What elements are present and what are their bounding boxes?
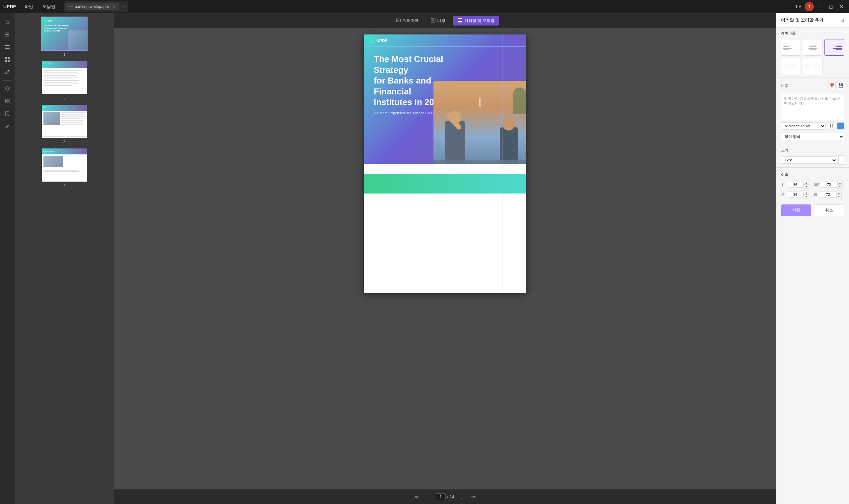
thumb2-line <box>44 85 72 86</box>
margin-top-up[interactable]: ▲ <box>803 181 809 184</box>
thumb-number-3: 3 <box>63 140 65 144</box>
thumb1-logo: UPDF <box>44 19 53 22</box>
size-stepper: − + <box>838 156 844 165</box>
tab-title: banking whitepapar <box>75 4 109 9</box>
last-page-button[interactable]: ⇥ <box>468 492 478 502</box>
margin-top-down[interactable]: ▼ <box>803 184 809 188</box>
user-avatar[interactable]: T <box>804 2 814 11</box>
tab-edit-icon: ✏ <box>69 4 73 9</box>
margin-bottom-up[interactable]: ▲ <box>803 191 809 195</box>
thumb-number-1: 1 <box>63 52 65 56</box>
layout-option-5[interactable] <box>803 58 823 74</box>
plugin-icon[interactable] <box>2 96 13 106</box>
layout-option-2[interactable] <box>803 39 823 56</box>
font-color-picker[interactable] <box>837 122 844 129</box>
margin-top-input[interactable] <box>787 182 803 187</box>
margin-left-input[interactable] <box>820 192 836 198</box>
margin-bottom-input[interactable] <box>787 192 803 198</box>
thumb2-line <box>44 84 80 84</box>
pen-icon[interactable] <box>2 121 13 131</box>
margin-left-down[interactable]: ▼ <box>836 195 842 198</box>
text-input-area[interactable]: 입력하여 완료하세요. 새 줄은 alt + 엔터입니다. <box>781 94 844 120</box>
menu-file[interactable]: 파일 <box>21 2 36 11</box>
next-page-button[interactable]: ↓ <box>457 492 465 502</box>
first-page-button[interactable]: ⇤ <box>412 492 422 502</box>
margin-label: 여백 <box>776 169 849 179</box>
svg-rect-5 <box>5 60 7 62</box>
prev-page-button[interactable]: ↑ <box>425 492 433 502</box>
line <box>61 114 84 115</box>
thumbnail-panel: UPDF The Most Crucial Strategy for Banks… <box>15 13 114 504</box>
style-row: 영어 양식 <box>776 131 849 142</box>
watermark-button[interactable]: 워터마크 <box>391 16 423 25</box>
tab-add-icon[interactable]: ＋ <box>121 3 127 10</box>
margin-right-stepper: ▲ ▼ <box>837 181 843 188</box>
cancel-button[interactable]: 취소 <box>814 204 845 216</box>
home-icon[interactable]: ⌂ <box>2 17 13 27</box>
line <box>61 122 82 123</box>
calendar-icon[interactable]: 📅 <box>829 82 836 89</box>
bookmark2-icon[interactable] <box>2 108 13 119</box>
margin-right-item: 하0 ▲ ▼ <box>814 181 845 188</box>
layers-icon[interactable] <box>2 83 13 94</box>
thumb-frame-3[interactable]: 01 Introduction <box>41 104 88 139</box>
margin-right-up[interactable]: ▲ <box>837 181 843 184</box>
app-logo: UPDF <box>3 4 16 9</box>
tab-banking[interactable]: ✏ banking whitepapar ✕ <box>65 3 119 10</box>
size-select[interactable]: 12pt <box>781 157 837 164</box>
pdf-viewer[interactable]: UPDF The Most Crucial Strategy for Banks… <box>114 28 776 489</box>
margin-right-input[interactable] <box>821 182 837 187</box>
page-separator: / <box>447 494 448 499</box>
margin-left-up[interactable]: ▲ <box>836 191 842 195</box>
bottom-nav: ⇤ ↑ / 14 ↓ ⇥ <box>114 489 776 504</box>
line <box>61 120 84 121</box>
thumb4-image <box>44 156 63 167</box>
edit-icon[interactable] <box>2 67 13 77</box>
header-footer-label: 머리말 및 꼬리말 <box>464 18 495 23</box>
thumbnail-3[interactable]: 01 Introduction <box>18 104 111 144</box>
thumb-frame-4[interactable]: 02 Promoting Best <box>41 148 88 182</box>
style-select[interactable]: 영어 양식 <box>781 133 844 140</box>
layout-option-4[interactable] <box>781 58 801 74</box>
thumbnail-4[interactable]: 02 Promoting Best 4 <box>18 148 111 187</box>
size-decrease-button[interactable]: − <box>838 156 844 160</box>
thumb3-header: 01 Introduction <box>42 105 88 111</box>
menu-help[interactable]: 도움말 <box>39 2 59 11</box>
underline-icon[interactable]: U <box>828 122 835 129</box>
thumb2-line <box>44 74 80 74</box>
bookmark-icon[interactable]: ☰ <box>2 29 13 40</box>
save-button[interactable]: 저장 <box>781 204 811 216</box>
thumb1-logo-icon <box>44 19 47 22</box>
size-row: 12pt − + <box>776 154 849 166</box>
margin-left-item: 머 ▲ ▼ <box>814 191 845 198</box>
list-icon[interactable] <box>2 42 13 52</box>
close-button[interactable]: ✕ <box>838 3 846 10</box>
layout-option-3[interactable] <box>825 39 844 56</box>
panel-settings-icon[interactable]: ⊡ <box>841 18 844 23</box>
main-layout: ⌂ ☰ <box>0 13 849 504</box>
thumb-frame-2[interactable]: Table of Contents <box>41 60 88 95</box>
header-footer-button[interactable]: 머리말 및 꼬리말 <box>453 16 499 25</box>
background-icon <box>431 18 436 24</box>
font-select[interactable]: Microsoft YaHei <box>781 122 826 129</box>
right-panel-header: 머리말 및 꼬리말 추가 ⊡ <box>776 13 849 28</box>
tab-close-icon[interactable]: ✕ <box>112 5 116 9</box>
minimize-button[interactable]: ─ <box>817 3 825 10</box>
thumbnail-1[interactable]: UPDF The Most Crucial Strategy for Banks… <box>18 17 111 56</box>
svg-rect-0 <box>5 45 10 46</box>
save-icon[interactable]: 💾 <box>837 82 844 89</box>
margin-right-down[interactable]: ▼ <box>837 184 843 188</box>
line <box>66 136 87 137</box>
restore-button[interactable]: ◻ <box>827 3 835 10</box>
background-button[interactable]: 배경 <box>426 16 450 25</box>
size-increase-button[interactable]: + <box>838 160 844 165</box>
thumb-frame-1[interactable]: UPDF The Most Crucial Strategy for Banks… <box>41 17 88 51</box>
layout-option-1[interactable] <box>781 39 801 56</box>
page-number-input[interactable] <box>436 493 446 500</box>
thumb1-logo-text: UPDF <box>48 20 53 22</box>
table-icon[interactable] <box>2 54 13 65</box>
total-pages: 14 <box>450 494 454 499</box>
margin-bottom-down[interactable]: ▼ <box>803 195 809 198</box>
margin-left-stepper: ▲ ▼ <box>836 191 842 198</box>
thumbnail-2[interactable]: Table of Contents <box>18 60 111 100</box>
